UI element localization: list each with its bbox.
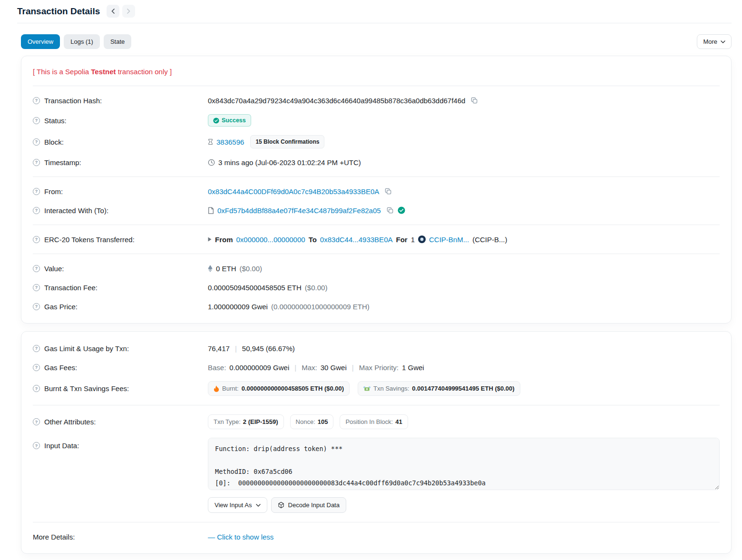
help-icon[interactable]: ? xyxy=(33,385,40,392)
gas-price-value-wrap: 1.000000009 Gwei (0.000000001000000009 E… xyxy=(208,301,720,312)
copy-to-address-button[interactable] xyxy=(386,206,394,215)
testnet-banner-group: [ This is a Sepolia Testnet transaction … xyxy=(33,59,720,86)
value-label-wrap: ? Value: xyxy=(33,265,208,273)
help-icon[interactable]: ? xyxy=(33,442,40,449)
txn-savings-badge: Txn Savings: 0.001477404999541495 ETH ($… xyxy=(358,381,520,396)
transaction-fee-label-wrap: ? Transaction Fee: xyxy=(33,284,208,292)
erc20-from-address-link[interactable]: 0x000000...00000000 xyxy=(236,236,305,244)
separator: | xyxy=(350,364,356,372)
caret-right-icon xyxy=(208,237,212,242)
input-data-label-wrap: ? Input Data: xyxy=(33,438,208,450)
contract-file-icon xyxy=(208,207,214,214)
help-icon[interactable]: ? xyxy=(33,345,40,352)
help-icon[interactable]: ? xyxy=(33,159,40,166)
tab-logs[interactable]: Logs (1) xyxy=(64,34,100,49)
gas-price-label: Gas Price: xyxy=(44,303,78,311)
input-data-actions: View Input As Decode Input Data xyxy=(208,497,720,513)
value-row: ? Value: 0 ETH ($0.00) xyxy=(33,259,720,278)
next-transaction-button[interactable] xyxy=(122,5,135,18)
page-title: Transaction Details xyxy=(17,6,100,17)
gas-limit-value: 76,417 xyxy=(208,344,230,353)
help-icon[interactable]: ? xyxy=(33,188,40,195)
previous-transaction-button[interactable] xyxy=(107,5,119,18)
transaction-fee-label: Transaction Fee: xyxy=(44,284,98,292)
money-wings-icon xyxy=(363,386,371,392)
verified-check-icon xyxy=(398,206,405,214)
timestamp-value-wrap: 3 mins ago (Jul-06-2023 01:02:24 PM +UTC… xyxy=(208,157,720,167)
tabs-row: Overview Logs (1) State More xyxy=(17,34,732,49)
view-input-as-label: View Input As xyxy=(215,501,252,509)
input-data-textarea[interactable]: Function: drip(address token) *** Method… xyxy=(208,438,720,490)
gas-limit-row: ? Gas Limit & Usage by Txn: 76,417 | 50,… xyxy=(33,339,720,358)
transaction-hash-value: 0x843dc70a4a29d79234c49a904c363d6c46640a… xyxy=(208,97,465,105)
txn-savings-label: Txn Savings: xyxy=(373,385,409,392)
from-address-link[interactable]: 0x83dC44a4C00DFf69d0A0c7c94B20b53a4933BE… xyxy=(208,187,379,196)
help-icon[interactable]: ? xyxy=(33,303,40,310)
help-icon[interactable]: ? xyxy=(33,364,40,371)
help-icon[interactable]: ? xyxy=(33,418,40,425)
input-data-value-wrap: Function: drip(address token) *** Method… xyxy=(208,438,720,513)
burnt-savings-label-wrap: ? Burnt & Txn Savings Fees: xyxy=(33,384,208,393)
check-circle-icon xyxy=(213,118,219,124)
attributes-input-group: ? Other Attributes: Txn Type: 2 (EIP-155… xyxy=(33,405,720,522)
status-badge: Success xyxy=(208,114,251,127)
token-logo-icon xyxy=(418,236,426,243)
copy-transaction-hash-button[interactable] xyxy=(470,96,478,105)
erc20-to-address-link[interactable]: 0x83dC44...4933BE0A xyxy=(320,236,393,244)
to-address-link[interactable]: 0xFd57b4ddBf88a4e07fF4e34C487b99af2Fe82a… xyxy=(217,206,381,215)
other-attributes-label: Other Attributes: xyxy=(44,418,96,426)
timestamp-row: ? Timestamp: 3 mins ago (Jul-06-2023 01:… xyxy=(33,153,720,172)
gas-fees-row: ? Gas Fees: Base: 0.000000009 Gwei | Max… xyxy=(33,358,720,377)
timestamp-value: 3 mins ago (Jul-06-2023 01:02:24 PM +UTC… xyxy=(218,158,361,167)
help-icon[interactable]: ? xyxy=(33,265,40,272)
status-label: Status: xyxy=(44,117,67,125)
interacted-with-value-wrap: 0xFd57b4ddBf88a4e07fF4e34C487b99af2Fe82a… xyxy=(208,205,720,216)
block-label-wrap: ? Block: xyxy=(33,138,208,146)
txn-type-value: 2 (EIP-1559) xyxy=(243,418,278,425)
max-priority-fee-label: Max Priority: xyxy=(359,364,399,372)
max-priority-fee-value: 1 Gwei xyxy=(402,364,424,372)
value-amount: 0 ETH xyxy=(216,265,236,273)
chevron-right-icon xyxy=(127,9,130,14)
transaction-hash-value-wrap: 0x843dc70a4a29d79234c49a904c363d6c46640a… xyxy=(208,95,720,106)
block-value-wrap: 3836596 15 Block Confirmations xyxy=(208,135,720,148)
tab-state[interactable]: State xyxy=(104,34,131,49)
interacted-with-label: Interacted With (To): xyxy=(44,206,108,215)
gas-price-eth: (0.000000001000000009 ETH) xyxy=(271,303,370,311)
from-row: ? From: 0x83dC44a4C00DFf69d0A0c7c94B20b5… xyxy=(33,182,720,201)
tab-overview[interactable]: Overview xyxy=(21,34,60,49)
help-icon[interactable]: ? xyxy=(33,117,40,124)
transaction-hash-label: Transaction Hash: xyxy=(44,97,102,105)
copy-from-address-button[interactable] xyxy=(384,187,392,196)
help-icon[interactable]: ? xyxy=(33,138,40,146)
gas-group: ? Gas Limit & Usage by Txn: 76,417 | 50,… xyxy=(33,334,720,405)
help-icon[interactable]: ? xyxy=(33,207,40,214)
help-icon[interactable]: ? xyxy=(33,236,40,243)
value-usd: ($0.00) xyxy=(240,265,263,273)
erc20-group: ? ERC-20 Tokens Transferred: From 0x0000… xyxy=(33,225,720,254)
gas-limit-value-wrap: 76,417 | 50,945 (66.67%) xyxy=(208,343,720,354)
block-number-link[interactable]: 3836596 xyxy=(216,138,244,146)
banner-suffix: transaction only ] xyxy=(116,68,172,76)
clock-icon xyxy=(208,159,215,166)
base-fee-label: Base: xyxy=(208,364,226,372)
decode-input-data-button[interactable]: Decode Input Data xyxy=(271,497,346,513)
token-name-link[interactable]: CCIP-BnM... xyxy=(429,236,469,244)
burnt-savings-value-wrap: Burnt: 0.000000000000458505 ETH ($0.00) … xyxy=(208,381,720,396)
burnt-badge: Burnt: 0.000000000000458505 ETH ($0.00) xyxy=(208,381,350,396)
view-input-as-button[interactable]: View Input As xyxy=(208,497,267,513)
value-label: Value: xyxy=(44,265,64,273)
more-label: More xyxy=(703,38,717,45)
help-icon[interactable]: ? xyxy=(33,97,40,104)
tabs: Overview Logs (1) State xyxy=(21,34,131,49)
position-in-block-badge: Position In Block: 41 xyxy=(340,414,408,429)
transaction-hash-row: ? Transaction Hash: 0x843dc70a4a29d79234… xyxy=(33,91,720,110)
details-card: ? Gas Limit & Usage by Txn: 76,417 | 50,… xyxy=(21,331,732,554)
status-badge-label: Success xyxy=(222,117,246,124)
help-icon[interactable]: ? xyxy=(33,284,40,291)
banner-bold: Testnet xyxy=(91,68,116,76)
click-to-show-less-link[interactable]: — Click to show less xyxy=(208,533,273,541)
more-dropdown-button[interactable]: More xyxy=(697,34,732,49)
chevron-down-icon xyxy=(721,40,725,43)
more-details-group: More Details: — Click to show less xyxy=(33,522,720,551)
